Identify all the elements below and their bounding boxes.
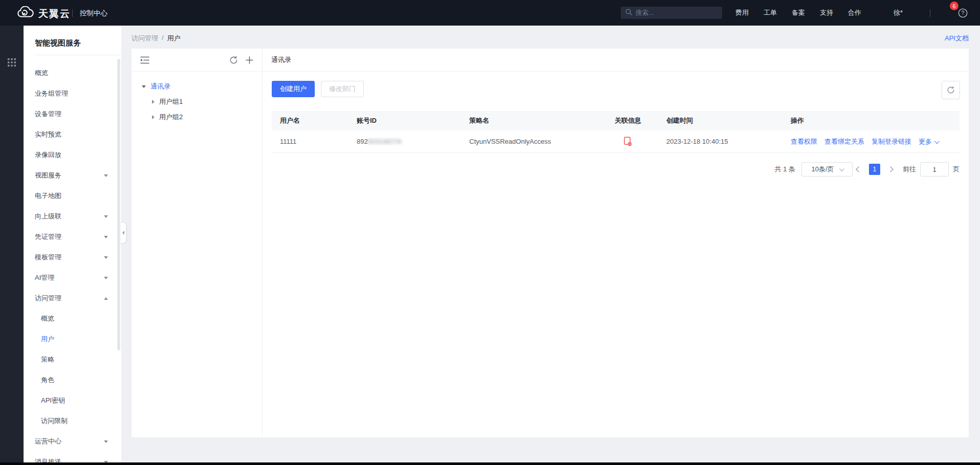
sidebar-item-live-preview[interactable]: 实时预览 bbox=[24, 124, 121, 145]
nav-ticket[interactable]: 工单 bbox=[764, 8, 777, 17]
sidebar-item-device[interactable]: 设备管理 bbox=[24, 104, 121, 124]
chevron-down-icon bbox=[104, 215, 108, 218]
user-table: 用户名 账号ID 策略名 关联信息 创建时间 操作 11111 89250318… bbox=[272, 111, 960, 153]
page-size-select[interactable]: 10条/页 bbox=[801, 162, 853, 176]
col-created: 创建时间 bbox=[658, 116, 782, 125]
view-permissions-link[interactable]: 查看权限 bbox=[791, 137, 817, 146]
cell-username: 11111 bbox=[272, 138, 349, 145]
chevron-down-icon bbox=[839, 166, 844, 171]
sidebar-item-operation-center[interactable]: 运营中心 bbox=[24, 431, 121, 452]
table-row: 11111 89250318274 CtyunVSSReadOnlyAccess bbox=[272, 130, 960, 153]
svg-text:?: ? bbox=[962, 10, 965, 16]
sidebar-item-template[interactable]: 模板管理 bbox=[24, 247, 121, 268]
breadcrumb: 访问管理 / 用户 bbox=[132, 34, 181, 43]
topbar-search[interactable] bbox=[621, 7, 722, 19]
page: 天翼云 控制中心 费用 工单 备案 支持 合作 徐* ? bbox=[0, 0, 980, 465]
main-area: 访问管理 / 用户 API文档 bbox=[121, 26, 980, 465]
cell-created: 2023-12-18 10:40:15 bbox=[658, 138, 782, 145]
org-tree-panel: 通讯录 用户组1 用户组2 bbox=[132, 49, 263, 437]
col-account-id: 账号ID bbox=[349, 116, 461, 125]
nav-billing[interactable]: 费用 bbox=[735, 8, 749, 17]
sidebar-item-cascade[interactable]: 向上级联 bbox=[24, 206, 121, 227]
tree-add-icon[interactable] bbox=[246, 56, 253, 64]
sidebar-title: 智能视图服务 bbox=[35, 38, 81, 48]
sidebar-item-access-limit[interactable]: 访问限制 bbox=[24, 411, 121, 431]
cell-account-id: 89250318274 bbox=[349, 138, 461, 145]
caret-right-icon[interactable] bbox=[152, 115, 155, 119]
notification-badge: 6 bbox=[950, 2, 959, 10]
logo-text: 天翼云 bbox=[38, 7, 71, 20]
sidebar-item-business-group[interactable]: 业务组管理 bbox=[24, 83, 121, 104]
sidebar-item-overview[interactable]: 概览 bbox=[24, 63, 121, 83]
user-menu[interactable]: 徐* bbox=[894, 8, 903, 17]
breadcrumb-separator: / bbox=[162, 34, 164, 43]
page-number-button[interactable]: 1 bbox=[869, 164, 880, 175]
sidebar-item-credential[interactable]: 凭证管理 bbox=[24, 227, 121, 247]
prev-page-button[interactable] bbox=[853, 162, 865, 176]
tree-collapse-icon[interactable] bbox=[140, 56, 149, 64]
view-bindings-link[interactable]: 查看绑定关系 bbox=[824, 137, 864, 146]
caret-right-icon[interactable] bbox=[152, 100, 155, 104]
content-panels: 通讯录 用户组1 用户组2 通讯录 bbox=[132, 49, 969, 437]
table-toolbar: 创建用户 修改部门 bbox=[272, 81, 364, 97]
goto-label: 前往 bbox=[903, 165, 916, 174]
cell-actions: 查看权限 查看绑定关系 复制登录链接 更多 bbox=[782, 137, 960, 146]
console-center-link[interactable]: 控制中心 bbox=[80, 9, 107, 18]
search-icon bbox=[625, 8, 632, 17]
table-refresh-button[interactable] bbox=[942, 81, 960, 99]
cell-policy: CtyunVSSReadOnlyAccess bbox=[461, 138, 606, 145]
more-dropdown[interactable]: 更多 bbox=[919, 137, 938, 146]
sidebar-item-api-key[interactable]: API密钥 bbox=[24, 390, 121, 411]
col-relation: 关联信息 bbox=[606, 116, 658, 125]
topbar-divider-2 bbox=[930, 9, 930, 17]
topbar-divider bbox=[72, 9, 73, 17]
pagination: 共 1 条 10条/页 1 前往 页 bbox=[775, 162, 960, 176]
brand[interactable]: 天翼云 bbox=[15, 6, 71, 21]
cloud-logo-icon bbox=[15, 6, 34, 21]
chevron-down-icon bbox=[104, 256, 108, 259]
tree-toolbar bbox=[132, 49, 262, 72]
sidebar-item-access-overview[interactable]: 概览 bbox=[24, 308, 121, 329]
help-icon[interactable]: ? bbox=[958, 8, 968, 18]
nav-cooperation[interactable]: 合作 bbox=[848, 8, 861, 17]
org-tree: 通讯录 用户组1 用户组2 bbox=[132, 72, 262, 125]
tree-refresh-icon[interactable] bbox=[229, 56, 238, 64]
next-page-button[interactable] bbox=[884, 162, 897, 176]
nav-icp[interactable]: 备案 bbox=[792, 8, 805, 17]
apps-grid-icon[interactable] bbox=[8, 58, 16, 69]
table-header-row: 用户名 账号ID 策略名 关联信息 创建时间 操作 bbox=[272, 111, 960, 130]
col-policy: 策略名 bbox=[461, 116, 606, 125]
footer-bar bbox=[0, 462, 980, 465]
page-unit-label: 页 bbox=[953, 165, 960, 174]
sidebar-item-policy[interactable]: 策略 bbox=[24, 349, 121, 370]
sidebar-scrollbar[interactable] bbox=[117, 59, 120, 350]
relation-doc-alert-icon[interactable] bbox=[624, 137, 658, 146]
sidebar-item-ai[interactable]: AI管理 bbox=[24, 268, 121, 288]
tree-node-root[interactable]: 通讯录 bbox=[132, 79, 262, 94]
breadcrumb-parent[interactable]: 访问管理 bbox=[132, 34, 158, 43]
masked-account-digits: 50318274 bbox=[368, 138, 402, 145]
sidebar-item-access-management[interactable]: 访问管理 bbox=[24, 288, 121, 308]
user-list-panel: 通讯录 创建用户 修改部门 用户名 账号ID 策略名 bbox=[263, 49, 969, 437]
search-input[interactable] bbox=[636, 9, 712, 16]
modify-department-button[interactable]: 修改部门 bbox=[321, 81, 364, 97]
sidebar-item-view-service[interactable]: 视图服务 bbox=[24, 165, 121, 186]
sidebar-item-emap[interactable]: 电子地图 bbox=[24, 186, 121, 206]
copy-login-link[interactable]: 复制登录链接 bbox=[872, 137, 911, 146]
chevron-left-icon bbox=[856, 166, 861, 172]
create-user-button[interactable]: 创建用户 bbox=[272, 81, 315, 97]
api-doc-link[interactable]: API文档 bbox=[945, 34, 969, 43]
tree-node-group2[interactable]: 用户组2 bbox=[132, 109, 262, 125]
sidebar-item-playback[interactable]: 录像回放 bbox=[24, 145, 121, 165]
chevron-down-icon bbox=[104, 440, 108, 443]
caret-down-icon[interactable] bbox=[142, 85, 146, 88]
goto-page-input[interactable] bbox=[920, 162, 949, 176]
col-actions: 操作 bbox=[782, 116, 960, 125]
tree-node-group1[interactable]: 用户组1 bbox=[132, 94, 262, 109]
panel-title: 通讯录 bbox=[263, 49, 969, 72]
col-username: 用户名 bbox=[272, 116, 349, 125]
sidebar-item-users[interactable]: 用户 bbox=[24, 329, 121, 349]
sidebar-collapse-handle[interactable] bbox=[121, 222, 126, 243]
nav-support[interactable]: 支持 bbox=[820, 8, 833, 17]
sidebar-item-role[interactable]: 角色 bbox=[24, 370, 121, 390]
